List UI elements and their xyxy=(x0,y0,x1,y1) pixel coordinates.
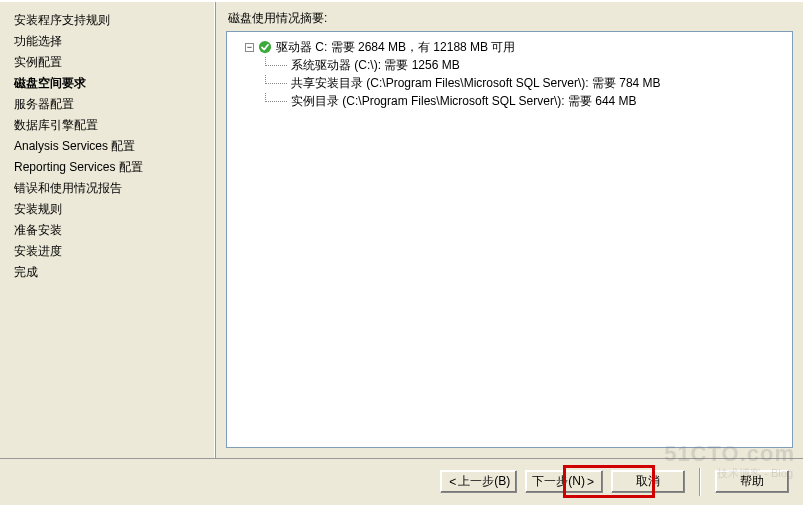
tree-child-row[interactable]: 实例目录 (C:\Program Files\Microsoft SQL Ser… xyxy=(233,92,786,110)
sidebar-item-complete[interactable]: 完成 xyxy=(14,262,214,283)
back-button[interactable]: < 上一步(B) xyxy=(440,470,517,493)
next-button-label: 下一步(N) xyxy=(532,473,585,490)
sidebar-item-reporting-config[interactable]: Reporting Services 配置 xyxy=(14,157,214,178)
tree-child-text: 系统驱动器 (C:\): 需要 1256 MB xyxy=(291,57,460,74)
chevron-left-icon: < xyxy=(447,475,458,489)
sidebar-item-install-rules[interactable]: 安装规则 xyxy=(14,199,214,220)
help-button[interactable]: 帮助 xyxy=(715,470,789,493)
wizard-footer: < 上一步(B) 下一步(N) > 取消 帮助 xyxy=(0,458,803,504)
chevron-right-icon: > xyxy=(585,475,596,489)
disk-usage-tree[interactable]: − 驱动器 C: 需要 2684 MB，有 12188 MB 可用 系统驱动器 … xyxy=(226,31,793,448)
help-button-label: 帮助 xyxy=(740,473,764,490)
tree-child-row[interactable]: 系统驱动器 (C:\): 需要 1256 MB xyxy=(233,56,786,74)
cancel-button[interactable]: 取消 xyxy=(611,470,685,493)
sidebar-item-install-progress[interactable]: 安装进度 xyxy=(14,241,214,262)
next-button[interactable]: 下一步(N) > xyxy=(525,470,603,493)
sidebar-item-setup-rules[interactable]: 安装程序支持规则 xyxy=(14,10,214,31)
tree-child-text: 共享安装目录 (C:\Program Files\Microsoft SQL S… xyxy=(291,75,661,92)
tree-child-row[interactable]: 共享安装目录 (C:\Program Files\Microsoft SQL S… xyxy=(233,74,786,92)
sidebar-item-ready-install[interactable]: 准备安装 xyxy=(14,220,214,241)
sidebar-item-server-config[interactable]: 服务器配置 xyxy=(14,94,214,115)
success-check-icon xyxy=(258,40,272,54)
main-pane: 磁盘使用情况摘要: − 驱动器 C: 需要 2684 MB，有 12188 MB… xyxy=(215,2,803,458)
cancel-button-label: 取消 xyxy=(636,473,660,490)
sidebar-item-db-engine-config[interactable]: 数据库引擎配置 xyxy=(14,115,214,136)
svg-point-0 xyxy=(259,41,271,53)
sidebar-item-disk-space[interactable]: 磁盘空间要求 xyxy=(14,73,214,94)
footer-separator xyxy=(699,468,701,496)
collapse-icon[interactable]: − xyxy=(245,43,254,52)
sidebar-item-analysis-config[interactable]: Analysis Services 配置 xyxy=(14,136,214,157)
sidebar-item-instance-config[interactable]: 实例配置 xyxy=(14,52,214,73)
tree-drive-row[interactable]: − 驱动器 C: 需要 2684 MB，有 12188 MB 可用 xyxy=(233,38,786,56)
back-button-label: 上一步(B) xyxy=(458,473,510,490)
tree-drive-text: 驱动器 C: 需要 2684 MB，有 12188 MB 可用 xyxy=(276,39,515,56)
sidebar-item-error-report[interactable]: 错误和使用情况报告 xyxy=(14,178,214,199)
tree-child-text: 实例目录 (C:\Program Files\Microsoft SQL Ser… xyxy=(291,93,637,110)
wizard-steps-sidebar: 安装程序支持规则 功能选择 实例配置 磁盘空间要求 服务器配置 数据库引擎配置 … xyxy=(0,2,215,458)
sidebar-item-feature-select[interactable]: 功能选择 xyxy=(14,31,214,52)
summary-label: 磁盘使用情况摘要: xyxy=(226,10,793,31)
